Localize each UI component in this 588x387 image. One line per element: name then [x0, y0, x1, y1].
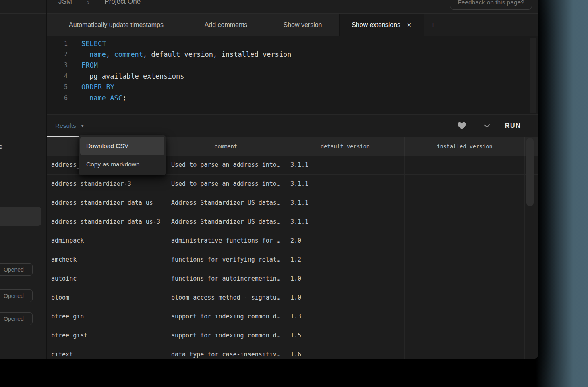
cell-comment[interactable]: support for indexing common d…: [166, 326, 286, 345]
cell-name[interactable]: address_standardizer-3: [47, 175, 166, 193]
table-row[interactable]: citextdata type for case-insensitiv…1.6: [47, 345, 538, 359]
table-row[interactable]: address_standardizer_data_us-3Address St…: [47, 212, 538, 231]
code-text: ORDER BY: [81, 83, 114, 91]
column-header-default-version[interactable]: default_version: [286, 137, 405, 156]
indent-guide: [84, 94, 84, 102]
editor-scrollbar[interactable]: [530, 38, 536, 113]
close-tab-icon[interactable]: ✕: [407, 22, 412, 28]
cell-name[interactable]: bloom: [47, 288, 166, 307]
add-tab-button[interactable]: +: [424, 14, 442, 36]
cell-installed_version[interactable]: [405, 269, 525, 288]
sidebar-highlighted-item[interactable]: [0, 207, 41, 226]
results-grid-body: address_standardizerUsed to parse an add…: [47, 156, 538, 359]
results-toolbar: Results ▼ RUN: [47, 114, 538, 137]
chevron-right-icon: ›: [87, 0, 89, 6]
table-row[interactable]: bloombloom access method - signatu…1.0: [47, 288, 538, 307]
cell-comment[interactable]: Used to parse an address into…: [166, 156, 286, 174]
sql-editor[interactable]: 1SELECT2name, comment, default_version, …: [47, 36, 538, 114]
cell-name[interactable]: adminpack: [47, 231, 166, 250]
cell-installed_version[interactable]: [405, 307, 525, 326]
cell-installed_version[interactable]: [405, 175, 525, 193]
cell-comment[interactable]: Used to parse an address into…: [166, 175, 286, 193]
editor-line: 3FROM: [47, 60, 538, 71]
line-number: 5: [47, 83, 68, 91]
cell-installed_version[interactable]: [405, 250, 525, 269]
main-area: Automatically update timestampsAdd comme…: [47, 14, 538, 359]
heart-icon: [457, 122, 466, 130]
breadcrumb-org[interactable]: JSM: [58, 0, 72, 6]
menu-item-download-csv[interactable]: Download CSV: [80, 137, 164, 155]
cell-comment[interactable]: Address Standardizer US datas…: [166, 212, 286, 231]
cell-default_version[interactable]: 3.1.1: [286, 175, 405, 193]
cell-name[interactable]: btree_gin: [47, 307, 166, 326]
favorite-button[interactable]: [457, 122, 466, 130]
cell-default_version[interactable]: 1.0: [286, 269, 405, 288]
cell-comment[interactable]: Address Standardizer US datas…: [166, 194, 286, 212]
run-button[interactable]: RUN: [505, 122, 521, 129]
cell-default_version[interactable]: 3.1.1: [286, 194, 405, 212]
cell-name[interactable]: amcheck: [47, 250, 166, 269]
cell-default_version[interactable]: 1.3: [286, 307, 405, 326]
cell-installed_version[interactable]: [405, 326, 525, 345]
cell-name[interactable]: citext: [47, 345, 166, 359]
cell-default_version[interactable]: 1.5: [286, 326, 405, 345]
tab-show-version[interactable]: Show version: [266, 14, 340, 36]
code-segment: name: [89, 50, 106, 58]
table-row[interactable]: btree_ginsupport for indexing common d…1…: [47, 307, 538, 326]
cell-default_version[interactable]: 1.2: [286, 250, 405, 269]
feedback-button[interactable]: Feedback on this page?: [450, 0, 532, 10]
cell-comment[interactable]: functions for autoincrementin…: [166, 269, 286, 288]
menu-item-copy-as-markdown[interactable]: Copy as markdown: [80, 155, 164, 174]
opened-badge[interactable]: Opened: [0, 312, 33, 325]
cell-default_version[interactable]: 1.0: [286, 288, 405, 307]
table-row[interactable]: btree_gistsupport for indexing common d……: [47, 326, 538, 345]
line-number: 4: [47, 73, 68, 80]
grid-scrollbar-thumb[interactable]: [526, 138, 534, 206]
table-row[interactable]: autoincfunctions for autoincrementin…1.0: [47, 269, 538, 288]
cell-comment[interactable]: data type for case-insensitiv…: [166, 345, 286, 359]
results-dropdown-button[interactable]: Results ▼: [55, 115, 85, 137]
cell-default_version[interactable]: 3.1.1: [286, 212, 405, 231]
cell-installed_version[interactable]: [405, 231, 525, 250]
cell-installed_version[interactable]: [405, 156, 525, 174]
cell-installed_version[interactable]: [405, 194, 525, 212]
run-options-button[interactable]: [483, 124, 491, 128]
tab-bar: Automatically update timestampsAdd comme…: [47, 14, 538, 36]
grid-right-divider: [525, 36, 525, 359]
table-row[interactable]: adminpackadministrative functions for …2…: [47, 231, 538, 250]
cell-comment[interactable]: bloom access method - signatu…: [166, 288, 286, 307]
breadcrumb-project[interactable]: Project One: [104, 0, 141, 6]
editor-line: 1SELECT: [47, 38, 538, 49]
tab-automatically-update-timestamps[interactable]: Automatically update timestamps: [47, 14, 186, 36]
table-row[interactable]: address_standardizer-3Used to parse an a…: [47, 175, 538, 194]
cell-comment[interactable]: administrative functions for …: [166, 231, 286, 250]
tab-label: Automatically update timestamps: [69, 21, 164, 29]
sidebar: e OpenedOpenedOpened: [0, 14, 46, 359]
cell-installed_version[interactable]: [405, 288, 525, 307]
breadcrumb: JSM › Project One: [58, 0, 141, 6]
code-text: name ASC;: [81, 94, 126, 102]
code-segment: comment: [114, 50, 143, 58]
cell-name[interactable]: address_standardizer_data_us: [47, 194, 166, 212]
cell-default_version[interactable]: 1.6: [286, 345, 405, 359]
opened-badge[interactable]: Opened: [0, 289, 33, 302]
cell-default_version[interactable]: 3.1.1: [286, 156, 405, 174]
code-text: name, comment, default_version, installe…: [81, 50, 292, 58]
column-header-comment[interactable]: comment: [166, 137, 286, 156]
cell-name[interactable]: autoinc: [47, 269, 166, 288]
cell-comment[interactable]: support for indexing common d…: [166, 307, 286, 326]
cell-installed_version[interactable]: [405, 345, 525, 359]
cell-comment[interactable]: functions for verifying relat…: [166, 250, 286, 269]
table-row[interactable]: address_standardizer_data_usAddress Stan…: [47, 194, 538, 212]
tab-add-comments[interactable]: Add comments: [186, 14, 266, 36]
cell-installed_version[interactable]: [405, 212, 525, 231]
cell-default_version[interactable]: 2.0: [286, 231, 405, 250]
table-row[interactable]: amcheckfunctions for verifying relat…1.2: [47, 250, 538, 269]
cell-name[interactable]: btree_gist: [47, 326, 166, 345]
column-header-installed-version[interactable]: installed_version: [405, 137, 525, 156]
cell-name[interactable]: address_standardizer_data_us-3: [47, 212, 166, 231]
opened-badge[interactable]: Opened: [0, 263, 33, 276]
tab-show-extensions[interactable]: Show extensions✕: [340, 14, 424, 36]
results-context-menu: Download CSVCopy as markdown: [79, 135, 166, 175]
code-segment: ASC: [110, 94, 122, 102]
